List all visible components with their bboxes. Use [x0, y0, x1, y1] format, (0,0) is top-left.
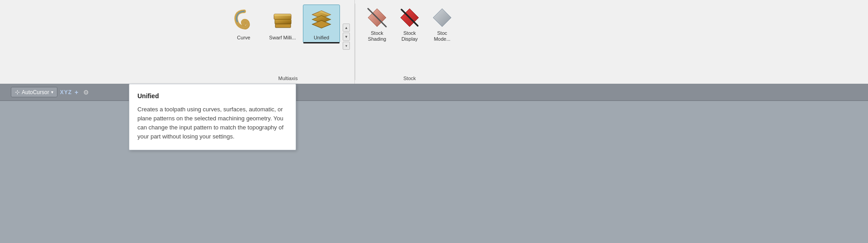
tooltip-popup: Unified Creates a toolpath using curves,… — [129, 84, 296, 150]
multiaxis-group-label: Multiaxis — [222, 74, 354, 84]
stock-display-label: StockDisplay — [401, 30, 418, 42]
xyz-plus: + — [75, 89, 78, 96]
multiaxis-group: Curve — [222, 0, 355, 84]
stock-model-label: StocMode... — [434, 30, 451, 42]
unified-button[interactable]: Unified — [303, 5, 340, 43]
unified-icon — [308, 7, 335, 33]
swarf-button[interactable]: Swarf Milli... — [264, 5, 301, 43]
swarf-icon — [269, 7, 296, 33]
svg-rect-1 — [275, 19, 291, 24]
stock-model-button[interactable]: StocMode... — [428, 5, 457, 44]
scroll-down-button[interactable]: ▼ — [343, 33, 350, 41]
svg-rect-3 — [274, 14, 291, 16]
svg-rect-2 — [275, 24, 291, 28]
stock-shading-button[interactable]: StockShading — [363, 5, 392, 44]
autocursor-label: AutoCursor — [22, 89, 49, 95]
swarf-label: Swarf Milli... — [269, 35, 296, 41]
ribbon-right-spacer — [464, 0, 868, 84]
curve-label: Curve — [237, 35, 250, 41]
gear-icon: ⚙ — [83, 89, 89, 96]
stock-shading-label: StockShading — [368, 30, 386, 42]
multiaxis-group-items: Curve — [222, 2, 354, 74]
tooltip-title: Unified — [137, 92, 288, 100]
unified-label: Unified — [314, 35, 329, 41]
stock-group-label: Stock — [355, 74, 464, 84]
bottom-area: ⊹ AutoCursor ▾ XYZ + ⚙ Unified Creates a… — [0, 84, 868, 243]
ribbon: Curve — [0, 0, 868, 84]
stock-shading-icon — [366, 7, 388, 29]
scroll-buttons: ▲ ▼ ▾ — [342, 7, 351, 66]
stock-group: StockShading — [355, 0, 464, 84]
cursor-icon: ⊹ — [15, 89, 20, 95]
autocursor-button[interactable]: ⊹ AutoCursor ▾ — [11, 87, 57, 97]
stock-group-items: StockShading — [355, 2, 464, 74]
scroll-more-button[interactable]: ▾ — [343, 42, 350, 50]
active-indicator — [303, 42, 340, 43]
curve-button[interactable]: Curve — [225, 5, 262, 43]
stock-display-button[interactable]: StockDisplay — [395, 5, 424, 44]
xyz-label: XYZ — [60, 89, 72, 95]
viewport: ⊹ AutoCursor ▾ XYZ + ⚙ Unified Creates a… — [0, 84, 868, 243]
ribbon-left-spacer — [0, 0, 222, 84]
autocursor-dropdown-icon: ▾ — [51, 90, 53, 95]
stock-display-icon — [399, 7, 420, 29]
stock-model-icon — [431, 7, 453, 29]
tooltip-body: Creates a toolpath using curves, surface… — [137, 105, 288, 142]
curve-icon — [231, 7, 257, 33]
gear-button[interactable]: ⚙ — [81, 87, 91, 97]
scroll-up-button[interactable]: ▲ — [343, 24, 350, 32]
svg-marker-8 — [433, 9, 451, 27]
